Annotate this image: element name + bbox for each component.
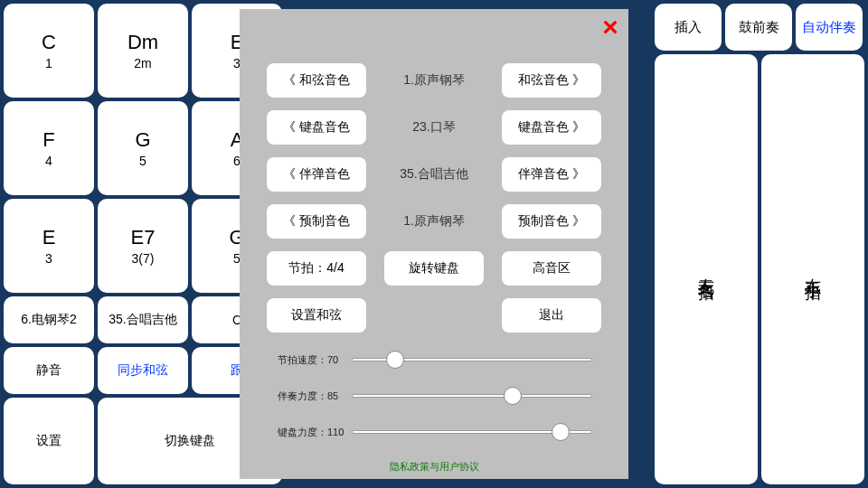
- preset-0[interactable]: 6.电钢琴2: [4, 296, 94, 343]
- topbar-1[interactable]: 鼓前奏: [725, 4, 792, 51]
- modal-mid-0: 1.原声钢琴: [384, 72, 484, 89]
- modal-mid-2: 35.合唱吉他: [384, 166, 484, 183]
- chord-Dm[interactable]: Dm2m: [98, 4, 188, 98]
- modal-mid-1: 23.口琴: [384, 119, 484, 136]
- chord-C[interactable]: C1: [4, 4, 94, 98]
- close-icon[interactable]: ×: [598, 14, 623, 40]
- ctrl-0[interactable]: 静音: [4, 347, 94, 394]
- modal-right-3[interactable]: 预制音色 》: [502, 204, 601, 239]
- slider-2[interactable]: [352, 425, 592, 439]
- chord-G[interactable]: G5: [98, 101, 188, 195]
- modal-right-0[interactable]: 和弦音色 》: [502, 63, 601, 98]
- modal-right-4[interactable]: 高音区: [502, 251, 601, 286]
- slider-label-1: 伴奏力度：85: [278, 389, 343, 403]
- modal-mid-4[interactable]: 旋转键盘: [384, 251, 484, 286]
- modal-right-2[interactable]: 伴弹音色 》: [502, 157, 601, 192]
- topbar-2[interactable]: 自动伴奏: [796, 4, 863, 51]
- modal-mid-3: 1.原声钢琴: [384, 213, 484, 230]
- slider-label-0: 节拍速度：70: [278, 353, 343, 367]
- chord-E7[interactable]: E73(7): [98, 199, 188, 293]
- modal-left-5[interactable]: 设置和弦: [267, 298, 366, 333]
- modal-left-1[interactable]: 《 键盘音色: [267, 110, 366, 145]
- modal-left-0[interactable]: 《 和弦音色: [267, 63, 366, 98]
- ctrl-1[interactable]: 同步和弦: [98, 347, 188, 394]
- modal-left-4[interactable]: 节拍：4/4: [267, 251, 366, 286]
- slider-label-2: 键盘力度：110: [278, 426, 343, 439]
- settings-modal: × 《 和弦音色1.原声钢琴和弦音色 》《 键盘音色23.口琴键盘音色 》《 伴…: [240, 9, 628, 479]
- modal-right-1[interactable]: 键盘音色 》: [502, 110, 601, 145]
- privacy-link[interactable]: 隐私政策与用户协议: [240, 460, 628, 474]
- chord-E[interactable]: E3: [4, 199, 94, 293]
- slider-1[interactable]: [352, 389, 592, 403]
- right-ring-finger[interactable]: 右无名指: [655, 54, 758, 484]
- preset-1[interactable]: 35.合唱吉他: [98, 296, 188, 343]
- modal-left-3[interactable]: 《 预制音色: [267, 204, 366, 239]
- modal-right-5[interactable]: 退出: [502, 298, 601, 333]
- slider-0[interactable]: [352, 352, 592, 367]
- chord-F[interactable]: F4: [4, 101, 94, 195]
- settings-button[interactable]: 设置: [4, 398, 94, 484]
- right-pinky-finger[interactable]: 右手小指: [761, 54, 864, 484]
- topbar-0[interactable]: 插入: [655, 4, 722, 51]
- modal-left-2[interactable]: 《 伴弹音色: [267, 157, 366, 192]
